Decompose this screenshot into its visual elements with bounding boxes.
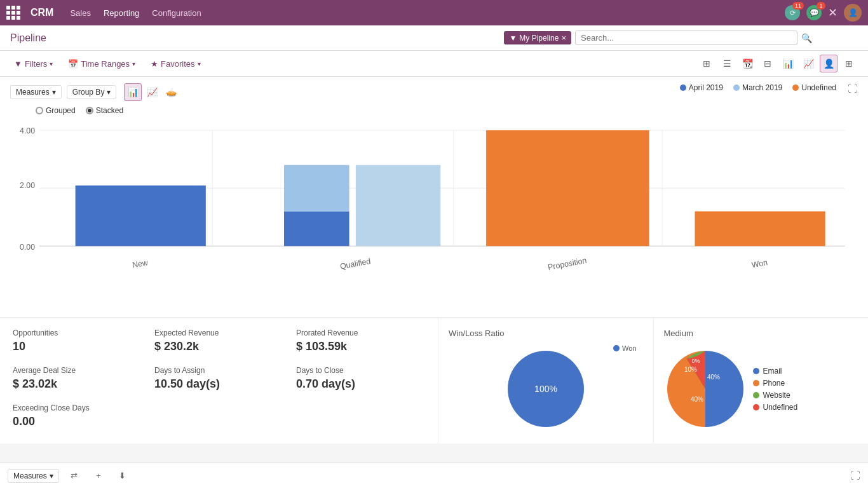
fullscreen-button[interactable]: ⛶ <box>848 83 858 95</box>
legend-april-dot <box>680 85 686 91</box>
chart-area: 4.00 2.00 0.00 New <box>10 120 858 311</box>
filter-buttons: ▼ Filters ▾ 📅 Time Ranges ▾ ★ Favorites … <box>10 57 205 71</box>
stats-section: Opportunities 10 Expected Revenue $ 230.… <box>0 318 868 444</box>
medium-section: Medium 40% <box>654 318 869 444</box>
line-chart-view-icon[interactable]: 📈 <box>799 55 817 72</box>
svg-text:2.00: 2.00 <box>20 181 35 190</box>
expected-revenue-value: $ 230.2k <box>154 340 283 353</box>
exceeding-close-days-label: Exceeding Close Days <box>13 403 425 412</box>
average-deal-size-label: Average Deal Size <box>13 366 142 375</box>
legend-website: Website <box>753 391 798 400</box>
grouped-radio-icon <box>36 107 43 114</box>
view-toggle-icons: ⊞ ☰ 📆 ⊟ 📊 📈 👤 ⊞ <box>698 55 858 72</box>
active-filter-tag[interactable]: ▼ My Pipeline × <box>504 31 571 44</box>
win-loss-pie-container: Won 100% <box>449 344 643 433</box>
apps-menu-icon[interactable] <box>6 6 20 20</box>
svg-text:40%: 40% <box>707 374 719 381</box>
nav-item-configuration[interactable]: Configuration <box>152 8 201 18</box>
svg-text:4.00: 4.00 <box>20 126 35 135</box>
chart-legend: April 2019 March 2019 Undefined <box>680 83 836 92</box>
filter-tag-label: My Pipeline <box>519 34 559 43</box>
nav-item-reporting[interactable]: Reporting <box>104 8 139 18</box>
group-by-arrow-icon: ▾ <box>107 88 111 97</box>
messages-icon[interactable]: 💬 1 <box>806 5 822 20</box>
stat-opportunities: Opportunities 10 <box>13 329 142 358</box>
user-avatar[interactable]: 👤 <box>844 4 862 22</box>
calendar-view-icon[interactable]: 📆 <box>738 55 756 72</box>
line-chart-type-button[interactable]: 📈 <box>143 83 161 101</box>
medium-pie-chart: 40% 40% 10% 0% <box>664 348 747 430</box>
filters-button[interactable]: ▼ Filters ▾ <box>10 57 57 71</box>
legend-april: April 2019 <box>680 83 723 92</box>
search-area: ▼ My Pipeline × 🔍 <box>458 30 858 45</box>
list-view-icon[interactable]: ☰ <box>718 55 736 72</box>
expected-revenue-label: Expected Revenue <box>154 329 283 337</box>
prorated-revenue-value: $ 103.59k <box>296 340 425 353</box>
chart-mode-options: Grouped Stacked <box>36 106 858 115</box>
stat-expected-revenue: Expected Revenue $ 230.2k <box>154 329 283 358</box>
opportunities-value: 10 <box>13 340 142 353</box>
stacked-label: Stacked <box>96 106 123 115</box>
activity-view-icon[interactable]: ⊞ <box>840 55 858 72</box>
legend-email: Email <box>753 367 798 376</box>
bar-chart-type-button[interactable]: 📊 <box>124 83 142 101</box>
time-ranges-button[interactable]: 📅 Time Ranges ▾ <box>64 57 139 71</box>
days-to-close-label: Days to Close <box>296 366 425 375</box>
calendar-icon: 📅 <box>68 59 78 69</box>
win-loss-pie-chart: 100% <box>501 344 590 433</box>
kanban-view-icon[interactable]: ⊞ <box>698 55 715 72</box>
pie-chart-type-button[interactable]: 🥧 <box>162 83 180 101</box>
measures-button[interactable]: Measures ▾ <box>10 85 62 99</box>
average-deal-size-value: $ 23.02k <box>13 377 142 391</box>
group-by-button[interactable]: Group By ▾ <box>67 85 117 99</box>
bar-chart-svg: 4.00 2.00 0.00 New <box>10 120 858 311</box>
search-submit-icon[interactable]: 🔍 <box>801 33 812 43</box>
updates-icon[interactable]: ⟳ 11 <box>785 5 800 20</box>
win-loss-section: Win/Loss Ratio Won 100% <box>438 318 654 444</box>
legend-undefined-label: Undefined <box>801 83 836 92</box>
pivot-view-icon[interactable]: 👤 <box>820 55 837 72</box>
website-dot <box>753 392 759 398</box>
chart-type-buttons: 📊 📈 🥧 <box>124 83 180 101</box>
bar-qualified-march2 <box>356 165 440 247</box>
page-title: Pipeline <box>10 32 46 44</box>
prorated-revenue-label: Prorated Revenue <box>296 329 425 337</box>
win-percent-text: 100% <box>534 384 557 394</box>
bar-chart-view-icon[interactable]: 📊 <box>779 55 797 72</box>
phone-label: Phone <box>763 379 785 388</box>
legend-march: March 2019 <box>733 83 782 92</box>
bar-qualified-april <box>284 212 349 247</box>
favorites-button[interactable]: ★ Favorites ▾ <box>147 57 204 71</box>
nav-right-icons: ⟳ 11 💬 1 ✕ 👤 <box>785 4 862 22</box>
messages-badge: 1 <box>817 2 825 10</box>
stat-average-deal-size: Average Deal Size $ 23.02k <box>13 366 142 396</box>
svg-text:0.00: 0.00 <box>20 242 35 251</box>
stats-right: Win/Loss Ratio Won 100% Medium <box>438 318 868 444</box>
grouped-option[interactable]: Grouped <box>36 106 76 115</box>
search-input[interactable] <box>581 33 792 43</box>
close-icon[interactable]: ✕ <box>828 6 837 20</box>
stacked-option[interactable]: Stacked <box>86 106 123 115</box>
website-label: Website <box>763 391 790 400</box>
filter-funnel-icon: ▼ <box>14 59 22 69</box>
medium-pie-container: 40% 40% 10% 0% Email Phone <box>664 344 858 433</box>
days-to-assign-value: 10.50 day(s) <box>154 377 283 391</box>
won-label: Won <box>622 344 636 352</box>
stat-days-to-close: Days to Close 0.70 day(s) <box>296 366 425 396</box>
bar-won-undefined <box>695 212 825 247</box>
svg-text:40%: 40% <box>690 396 703 403</box>
won-dot <box>613 345 620 351</box>
table-view-icon[interactable]: ⊟ <box>759 55 776 72</box>
nav-item-sales[interactable]: Sales <box>70 8 91 18</box>
won-legend: Won <box>613 344 636 352</box>
legend-undefined: Undefined <box>792 83 836 92</box>
measures-arrow-icon: ▾ <box>52 88 56 97</box>
svg-text:10%: 10% <box>684 366 696 373</box>
bar-new-april <box>76 186 206 246</box>
filter-remove-icon[interactable]: × <box>561 33 566 43</box>
svg-text:Proposition: Proposition <box>547 256 587 272</box>
legend-march-dot <box>733 85 740 91</box>
updates-badge: 11 <box>792 2 804 10</box>
nav-menu: Sales Reporting Configuration <box>70 8 201 18</box>
svg-text:0%: 0% <box>691 358 700 364</box>
